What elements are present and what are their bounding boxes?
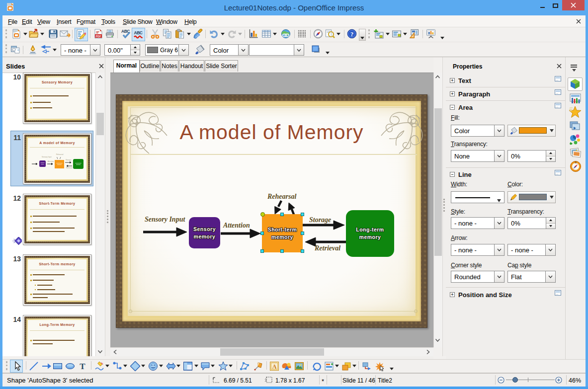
svg-text:?: ?	[350, 31, 353, 38]
svg-text:Retrieval: Retrieval	[66, 167, 73, 169]
svg-text:Attention: Attention	[48, 160, 54, 162]
svg-text:Storage: Storage	[66, 159, 71, 161]
svg-text:Sensory Input: Sensory Input	[42, 156, 52, 158]
svg-text:PDF: PDF	[96, 35, 102, 38]
svg-text:ABC: ABC	[134, 30, 143, 35]
svg-text:T: T	[80, 362, 85, 371]
svg-text:A: A	[272, 363, 277, 370]
svg-text:N: N	[575, 161, 577, 164]
svg-text:Rehearsal: Rehearsal	[56, 154, 64, 156]
